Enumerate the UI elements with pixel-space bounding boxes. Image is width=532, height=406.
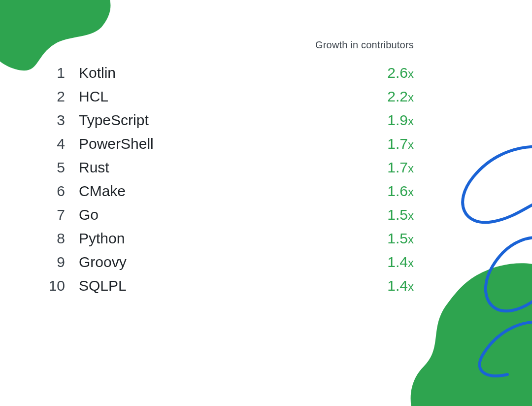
list-item: 1 Kotlin 2.6x	[39, 65, 429, 81]
language-name: Go	[79, 206, 387, 223]
growth-value: 1.7x	[387, 159, 414, 176]
list-item: 4 PowerShell 1.7x	[39, 135, 429, 152]
growth-value: 1.6x	[387, 183, 414, 200]
growth-value: 2.2x	[387, 88, 414, 105]
language-name: TypeScript	[79, 112, 387, 129]
growth-value: 2.6x	[387, 65, 414, 81]
rank-number: 5	[39, 159, 65, 176]
column-header-growth: Growth in contributors	[39, 39, 414, 51]
language-name: Rust	[79, 159, 387, 176]
language-name: CMake	[79, 183, 387, 200]
list-item: 8 Python 1.5x	[39, 230, 429, 247]
list-item: 9 Groovy 1.4x	[39, 254, 429, 271]
rank-number: 8	[39, 230, 65, 247]
list-item: 7 Go 1.5x	[39, 206, 429, 223]
rank-number: 1	[39, 65, 65, 81]
rank-number: 3	[39, 112, 65, 129]
rank-number: 6	[39, 183, 65, 200]
language-name: PowerShell	[79, 135, 387, 152]
language-name: HCL	[79, 88, 387, 105]
rank-number: 4	[39, 135, 65, 152]
growth-value: 1.7x	[387, 135, 414, 152]
list-item: 5 Rust 1.7x	[39, 159, 429, 176]
list-item: 6 CMake 1.6x	[39, 183, 429, 200]
rank-number: 7	[39, 206, 65, 223]
growth-value: 1.4x	[387, 277, 414, 294]
language-name: SQLPL	[79, 277, 387, 294]
growth-value: 1.9x	[387, 112, 414, 129]
growth-value: 1.5x	[387, 230, 414, 247]
growth-value: 1.5x	[387, 206, 414, 223]
language-name: Python	[79, 230, 387, 247]
chart-content: Growth in contributors 1 Kotlin 2.6x 2 H…	[0, 0, 532, 301]
rank-number: 10	[39, 277, 65, 294]
list-item: 10 SQLPL 1.4x	[39, 277, 429, 294]
rank-number: 2	[39, 88, 65, 105]
growth-value: 1.4x	[387, 254, 414, 271]
rank-number: 9	[39, 254, 65, 271]
ranking-list: 1 Kotlin 2.6x 2 HCL 2.2x 3 TypeScript 1.…	[39, 65, 429, 301]
list-item: 3 TypeScript 1.9x	[39, 112, 429, 129]
language-name: Kotlin	[79, 65, 387, 81]
language-name: Groovy	[79, 254, 387, 271]
list-item: 2 HCL 2.2x	[39, 88, 429, 105]
